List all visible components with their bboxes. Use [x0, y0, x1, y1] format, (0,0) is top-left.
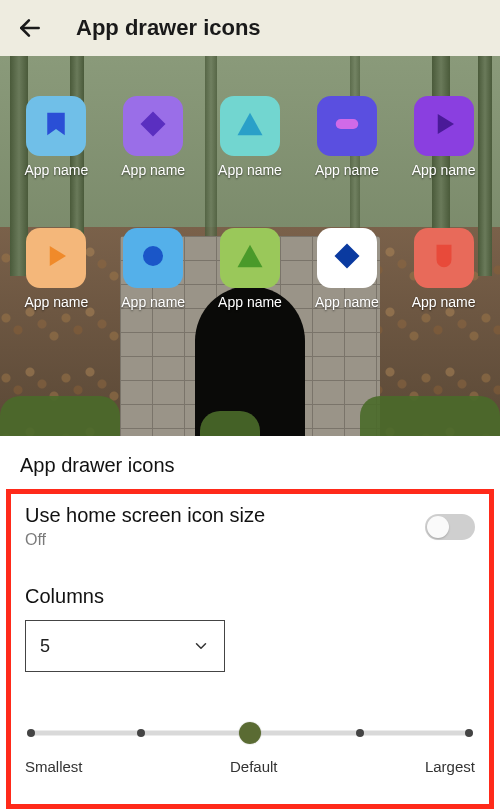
slider-labels: Smallest Default Largest [25, 758, 475, 775]
app-icon[interactable]: App name [302, 96, 391, 178]
app-icon[interactable]: App name [206, 96, 295, 178]
slider-tick [137, 729, 145, 737]
settings-card: Use home screen icon size Off Columns 5 … [6, 489, 494, 809]
app-tile [26, 228, 86, 288]
moss-decor [360, 396, 500, 436]
chevron-down-icon [192, 637, 210, 655]
app-label: App name [121, 294, 185, 310]
bookmark-icon [41, 109, 71, 143]
app-label: App name [412, 162, 476, 178]
slider-max-label: Largest [425, 758, 475, 775]
app-tile [220, 96, 280, 156]
diamond-icon [332, 241, 362, 275]
shield-icon [429, 241, 459, 275]
icon-grid: App name App name App name App name App … [0, 96, 500, 310]
back-button[interactable] [14, 12, 46, 44]
slider-tick [27, 729, 35, 737]
pill-icon [332, 109, 362, 143]
use-home-size-title: Use home screen icon size [25, 504, 265, 527]
section-title: App drawer icons [20, 454, 480, 477]
play-icon [429, 109, 459, 143]
slider-tick [356, 729, 364, 737]
triangle-icon [235, 241, 265, 275]
app-icon[interactable]: App name [109, 228, 198, 310]
app-label: App name [24, 294, 88, 310]
app-tile [123, 228, 183, 288]
page-title: App drawer icons [76, 15, 261, 41]
svg-rect-1 [336, 119, 359, 129]
app-tile [220, 228, 280, 288]
app-label: App name [315, 162, 379, 178]
app-label: App name [412, 294, 476, 310]
svg-point-2 [143, 246, 163, 266]
columns-select[interactable]: 5 [25, 620, 225, 672]
use-home-size-row: Use home screen icon size Off [25, 504, 475, 549]
app-label: App name [24, 162, 88, 178]
moss-decor [200, 411, 260, 436]
app-icon[interactable]: App name [302, 228, 391, 310]
app-tile [414, 228, 474, 288]
arrow-left-icon [17, 15, 43, 41]
toggle-knob [427, 516, 449, 538]
app-label: App name [315, 294, 379, 310]
wallpaper-preview: App name App name App name App name App … [0, 56, 500, 436]
app-bar: App drawer icons [0, 0, 500, 56]
app-tile [317, 228, 377, 288]
slider-thumb[interactable] [239, 722, 261, 744]
moss-decor [0, 396, 120, 436]
app-icon[interactable]: App name [206, 228, 295, 310]
circle-icon [138, 241, 168, 275]
use-home-size-toggle[interactable] [425, 514, 475, 540]
triangle-icon [235, 109, 265, 143]
app-tile [123, 96, 183, 156]
app-icon[interactable]: App name [399, 228, 488, 310]
app-icon[interactable]: App name [12, 228, 101, 310]
app-icon[interactable]: App name [109, 96, 198, 178]
columns-label: Columns [25, 585, 475, 608]
diamond-icon [138, 109, 168, 143]
app-tile [26, 96, 86, 156]
use-home-size-text: Use home screen icon size Off [25, 504, 265, 549]
app-label: App name [218, 294, 282, 310]
use-home-size-state: Off [25, 531, 265, 549]
play-icon [41, 241, 71, 275]
columns-value: 5 [40, 636, 50, 657]
app-tile [317, 96, 377, 156]
app-label: App name [121, 162, 185, 178]
app-icon[interactable]: App name [12, 96, 101, 178]
app-label: App name [218, 162, 282, 178]
app-icon[interactable]: App name [399, 96, 488, 178]
section-header: App drawer icons [0, 436, 500, 477]
icon-size-slider[interactable] [25, 722, 475, 744]
slider-tick [465, 729, 473, 737]
app-tile [414, 96, 474, 156]
slider-mid-label: Default [230, 758, 278, 775]
slider-min-label: Smallest [25, 758, 83, 775]
